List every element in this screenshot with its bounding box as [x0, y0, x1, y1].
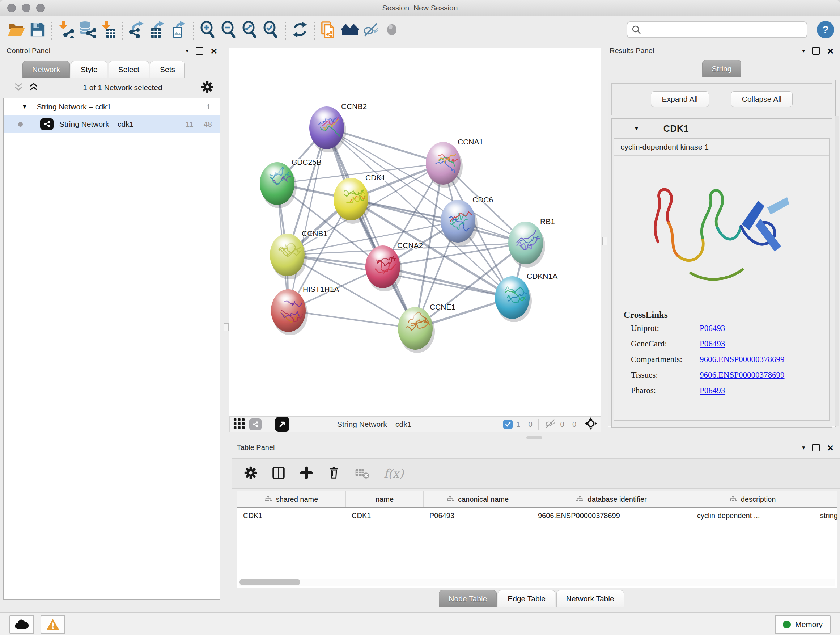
- table-cell[interactable]: P06493: [424, 508, 532, 523]
- panel-menu-icon[interactable]: ▾: [802, 47, 805, 55]
- collapse-all-button[interactable]: Collapse All: [731, 91, 793, 107]
- network-node[interactable]: [309, 106, 346, 152]
- float-panel-icon[interactable]: [812, 444, 820, 451]
- float-panel-icon[interactable]: [196, 47, 203, 55]
- show-all-icon[interactable]: [381, 19, 402, 40]
- network-options-gear-icon[interactable]: [201, 81, 213, 95]
- expand-all-button[interactable]: Expand All: [651, 91, 709, 107]
- collapse-all-networks-icon[interactable]: [14, 82, 23, 93]
- tab-network-table[interactable]: Network Table: [556, 590, 624, 608]
- search-input[interactable]: [644, 25, 802, 35]
- cloud-status-button[interactable]: [9, 615, 34, 634]
- table-cell[interactable]: cyclin-dependent ...: [691, 508, 814, 523]
- delete-column-icon[interactable]: [327, 466, 340, 481]
- import-table-icon[interactable]: [98, 19, 118, 40]
- node-table[interactable]: shared namenamecanonical namedatabase id…: [237, 491, 837, 588]
- table-hscrollbar[interactable]: [240, 579, 835, 586]
- string-enrichment-icon[interactable]: [318, 19, 339, 40]
- column-header[interactable]: canonical name: [424, 491, 532, 507]
- table-cell[interactable]: CDK1: [346, 508, 424, 523]
- column-header[interactable]: database identifier: [532, 491, 691, 507]
- refresh-icon[interactable]: [289, 19, 310, 40]
- tab-network[interactable]: Network: [22, 61, 70, 78]
- tab-select[interactable]: Select: [109, 61, 149, 78]
- delete-table-icon[interactable]: [355, 467, 369, 480]
- network-node[interactable]: [270, 233, 307, 279]
- scrollbar-thumb[interactable]: [240, 579, 300, 585]
- table-cell[interactable]: CDK1: [237, 508, 346, 523]
- zoom-out-icon[interactable]: [218, 19, 240, 40]
- tab-sets[interactable]: Sets: [150, 61, 185, 78]
- table-cell[interactable]: stringdb:9...: [814, 508, 837, 523]
- tab-style[interactable]: Style: [71, 61, 107, 78]
- function-builder-icon[interactable]: f(x): [384, 467, 404, 480]
- close-window-button[interactable]: [7, 4, 16, 12]
- crosslink-link[interactable]: 9606.ENSP00000378699: [699, 371, 785, 380]
- column-header[interactable]: @id: [814, 491, 837, 507]
- save-session-icon[interactable]: [27, 19, 48, 40]
- network-node[interactable]: [398, 307, 436, 353]
- splitter-handle-left[interactable]: [224, 323, 229, 331]
- import-network-from-database-icon[interactable]: [77, 19, 98, 40]
- zoom-fit-icon[interactable]: [240, 19, 261, 40]
- network-edge[interactable]: [327, 128, 415, 328]
- tab-edge-table[interactable]: Edge Table: [498, 590, 555, 608]
- crosslink-link[interactable]: 9606.ENSP00000378699: [699, 355, 785, 364]
- network-node[interactable]: [441, 200, 477, 246]
- network-edge[interactable]: [351, 199, 526, 243]
- hidden-items-icon[interactable]: [545, 418, 557, 430]
- network-collection-row[interactable]: ▼ String Network – cdk1 1: [4, 98, 220, 116]
- entry-expand-icon[interactable]: ▼: [633, 125, 639, 132]
- import-network-icon[interactable]: [56, 19, 77, 40]
- collection-expand-icon[interactable]: ▼: [22, 103, 27, 110]
- zoom-selected-icon[interactable]: [261, 19, 281, 40]
- crosslink-link[interactable]: P06493: [699, 386, 725, 395]
- network-node[interactable]: [365, 245, 402, 291]
- open-session-icon[interactable]: [6, 19, 27, 40]
- maximize-window-button[interactable]: [36, 4, 45, 12]
- network-node[interactable]: [333, 178, 370, 224]
- expand-all-networks-icon[interactable]: [29, 82, 38, 93]
- string-home-icon[interactable]: [339, 19, 360, 40]
- zoom-in-icon[interactable]: [197, 19, 218, 40]
- network-node[interactable]: [508, 222, 545, 268]
- crosslink-link[interactable]: P06493: [699, 324, 725, 333]
- network-node[interactable]: [426, 142, 463, 188]
- add-column-icon[interactable]: [300, 466, 313, 481]
- crosslink-link[interactable]: P06493: [699, 339, 725, 348]
- grid-view-icon[interactable]: [233, 418, 245, 431]
- search-box[interactable]: [627, 21, 807, 38]
- panel-menu-icon[interactable]: ▾: [186, 47, 189, 55]
- export-network-icon[interactable]: [126, 19, 148, 40]
- export-table-icon[interactable]: [148, 19, 169, 40]
- column-header[interactable]: shared name: [237, 491, 346, 507]
- table-options-gear-icon[interactable]: [244, 466, 257, 481]
- node-entry-header[interactable]: ▼ CDK1: [612, 119, 832, 138]
- tab-string-results[interactable]: String: [702, 60, 742, 78]
- network-canvas[interactable]: CCNB2CCNA1CDC25BCDK1CDC6RB1CCNB1CCNA2CDK…: [229, 48, 601, 416]
- close-panel-icon[interactable]: ×: [827, 445, 834, 451]
- column-header[interactable]: description: [691, 491, 814, 507]
- column-header[interactable]: name: [346, 491, 424, 507]
- export-image-icon[interactable]: [169, 19, 189, 40]
- show-columns-icon[interactable]: [272, 466, 286, 481]
- float-panel-icon[interactable]: [812, 47, 820, 55]
- panel-menu-icon[interactable]: ▾: [802, 444, 805, 451]
- network-thumbnail-icon[interactable]: [249, 418, 262, 431]
- network-row[interactable]: String Network – cdk1 11 48: [4, 116, 220, 133]
- hide-selected-icon[interactable]: [360, 19, 381, 40]
- network-node[interactable]: [271, 289, 308, 335]
- tab-node-table[interactable]: Node Table: [439, 590, 497, 608]
- splitter-handle-right[interactable]: [602, 237, 607, 245]
- close-panel-icon[interactable]: ×: [827, 48, 834, 54]
- memory-button[interactable]: Memory: [775, 615, 831, 634]
- network-node[interactable]: [495, 276, 532, 322]
- detach-view-icon[interactable]: [275, 417, 289, 432]
- network-edge[interactable]: [288, 128, 327, 310]
- table-cell[interactable]: 9606.ENSP00000378699: [532, 508, 691, 523]
- help-button[interactable]: ?: [817, 21, 834, 38]
- minimize-window-button[interactable]: [22, 4, 30, 12]
- warnings-button[interactable]: [41, 615, 65, 634]
- birdseye-navigator-icon[interactable]: [584, 417, 597, 432]
- selected-nodes-checkbox[interactable]: [503, 420, 513, 429]
